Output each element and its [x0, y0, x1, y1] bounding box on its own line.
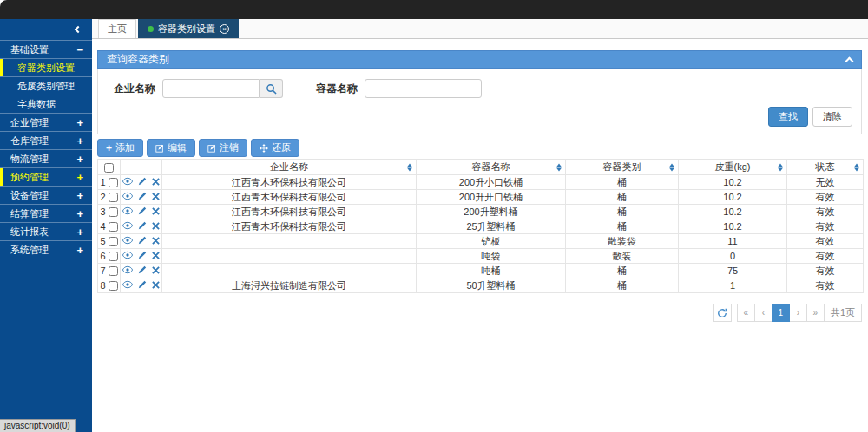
- container-name-input[interactable]: [365, 79, 482, 98]
- sidebar-item-仓库管理[interactable]: 仓库管理+: [0, 131, 92, 149]
- cell-tare-weight: 10.2: [679, 219, 787, 234]
- close-icon[interactable]: ×: [220, 24, 229, 34]
- edit-row-button[interactable]: [138, 206, 147, 215]
- edit-row-button[interactable]: [138, 177, 147, 186]
- row-checkbox[interactable]: [108, 193, 118, 202]
- delete-row-button[interactable]: [152, 281, 160, 289]
- edit-row-button[interactable]: [138, 221, 147, 230]
- delete-row-button[interactable]: [152, 237, 160, 245]
- last-page-button[interactable]: »: [806, 304, 825, 322]
- panel-title: 查询容器类别: [107, 52, 169, 67]
- add-button[interactable]: + 添加: [97, 139, 143, 157]
- cell-container-category: 桶: [566, 175, 679, 190]
- row-actions-cell: [121, 205, 162, 219]
- view-icon: [122, 265, 133, 274]
- edit-button[interactable]: 编辑: [147, 139, 195, 157]
- row-checkbox[interactable]: [108, 281, 118, 291]
- edit-row-button[interactable]: [138, 236, 147, 245]
- sidebar-item-危废类别管理[interactable]: 危废类别管理: [0, 76, 92, 95]
- row-actions-cell: [121, 249, 162, 264]
- tab-container-category-settings[interactable]: 容器类别设置 ×: [138, 19, 239, 38]
- pagination: « ‹ 1 › » 共1页: [97, 304, 862, 322]
- next-page-button[interactable]: ›: [789, 304, 807, 322]
- row-checkbox[interactable]: [108, 222, 118, 232]
- search-button[interactable]: 查找: [768, 107, 808, 127]
- row-checkbox[interactable]: [108, 252, 118, 261]
- view-button[interactable]: [122, 206, 133, 215]
- edit-row-icon: [138, 192, 147, 200]
- sidebar-item-设备管理[interactable]: 设备管理+: [0, 186, 92, 204]
- expand-icon: +: [76, 154, 83, 164]
- edit-row-button[interactable]: [138, 192, 147, 200]
- sidebar-item-基础设置[interactable]: 基础设置−: [0, 40, 92, 58]
- company-search-button[interactable]: [260, 79, 283, 98]
- view-button[interactable]: [122, 280, 133, 289]
- restore-button[interactable]: 还原: [251, 139, 299, 157]
- row-number: 1: [100, 177, 105, 187]
- sort-icon[interactable]: [778, 163, 783, 171]
- sidebar-item-预约管理[interactable]: 预约管理+: [0, 167, 92, 186]
- sort-icon[interactable]: [854, 163, 859, 171]
- collapse-panel-icon[interactable]: [845, 56, 854, 65]
- edit-row-button[interactable]: [138, 251, 147, 259]
- tab-home[interactable]: 主页: [98, 19, 136, 38]
- prev-page-button[interactable]: ‹: [754, 304, 773, 322]
- row-number-cell: 5: [98, 234, 121, 249]
- column-header-label: 容器名称: [472, 161, 510, 172]
- view-button[interactable]: [122, 221, 133, 230]
- sidebar-item-label: 仓库管理: [10, 134, 49, 147]
- select-all-checkbox[interactable]: [104, 163, 114, 173]
- sidebar-item-label: 企业管理: [10, 116, 49, 129]
- cell-status: 无效: [787, 175, 864, 190]
- sidebar-item-企业管理[interactable]: 企业管理+: [0, 113, 92, 131]
- sidebar-item-系统管理[interactable]: 系统管理+: [0, 240, 92, 259]
- refresh-button[interactable]: [713, 304, 732, 322]
- expand-icon: +: [76, 209, 83, 219]
- sidebar-item-字典数据[interactable]: 字典数据: [0, 95, 92, 113]
- delete-row-button[interactable]: [152, 178, 160, 186]
- column-header-企业名称[interactable]: 企业名称: [162, 160, 417, 175]
- view-button[interactable]: [122, 251, 133, 259]
- view-button[interactable]: [122, 192, 133, 200]
- delete-row-button[interactable]: [152, 193, 160, 200]
- sidebar-item-结算管理[interactable]: 结算管理+: [0, 204, 92, 222]
- sort-icon[interactable]: [669, 163, 674, 171]
- edit-row-button[interactable]: [138, 265, 147, 274]
- row-checkbox[interactable]: [108, 266, 118, 276]
- page-1-button[interactable]: 1: [772, 304, 790, 322]
- chevron-left-icon: [75, 26, 82, 33]
- row-checkbox[interactable]: [108, 178, 118, 187]
- delete-row-button[interactable]: [152, 252, 160, 259]
- add-button-label: 添加: [115, 141, 135, 154]
- expand-icon: +: [76, 118, 83, 128]
- sort-icon[interactable]: [407, 163, 412, 171]
- column-header-容器类别[interactable]: 容器类别: [566, 160, 679, 175]
- row-number-cell: 1: [98, 175, 121, 190]
- row-number-cell: 7: [98, 264, 121, 278]
- delete-row-button[interactable]: [152, 207, 160, 215]
- cell-company: [162, 249, 417, 264]
- row-checkbox[interactable]: [108, 207, 118, 217]
- view-button[interactable]: [122, 236, 133, 245]
- column-header-状态[interactable]: 状态: [787, 160, 864, 175]
- sort-icon[interactable]: [556, 163, 562, 171]
- sidebar-item-label: 字典数据: [17, 98, 56, 111]
- column-header-容器名称[interactable]: 容器名称: [417, 160, 566, 175]
- first-page-button[interactable]: «: [737, 304, 755, 322]
- edit-row-button[interactable]: [138, 280, 147, 289]
- delete-row-button[interactable]: [152, 222, 160, 230]
- sidebar-collapse-button[interactable]: [0, 19, 92, 40]
- column-header-皮重(kg)[interactable]: 皮重(kg): [679, 160, 787, 175]
- sidebar-item-统计报表[interactable]: 统计报表+: [0, 222, 92, 240]
- column-header-label: 容器类别: [603, 161, 641, 172]
- deactivate-button[interactable]: 注销: [199, 139, 247, 157]
- view-button[interactable]: [122, 177, 133, 186]
- cell-container-name: 200升塑料桶: [417, 205, 566, 219]
- clear-button[interactable]: 清除: [812, 107, 852, 127]
- row-checkbox[interactable]: [108, 237, 118, 246]
- sidebar-item-物流管理[interactable]: 物流管理+: [0, 149, 92, 167]
- delete-row-button[interactable]: [152, 266, 160, 274]
- sidebar-item-容器类别设置[interactable]: 容器类别设置: [0, 58, 92, 76]
- company-name-input[interactable]: [162, 79, 260, 98]
- view-button[interactable]: [122, 265, 133, 274]
